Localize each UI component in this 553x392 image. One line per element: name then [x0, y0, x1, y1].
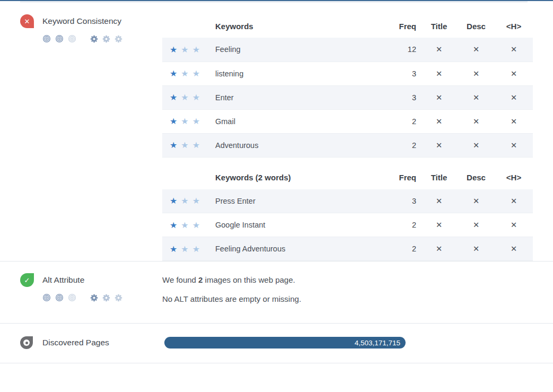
star-icon: ★	[170, 141, 177, 150]
pass-badge-icon: ✓	[20, 273, 34, 287]
star-icon: ★	[181, 93, 188, 102]
desc-x-icon: ✕	[458, 237, 495, 261]
gear-icon	[90, 35, 98, 45]
keyword-rating: ★★★	[162, 62, 211, 85]
star-icon: ★	[181, 45, 188, 54]
alt-attribute-heading: ✓ Alt Attribute	[20, 273, 162, 287]
freq-cell: 2	[379, 109, 420, 133]
bullseye-icon	[68, 293, 76, 304]
discovered-pages-progress-bar: 4,503,171,715	[164, 337, 406, 349]
title-x-icon: ✕	[420, 133, 458, 157]
table-row: ★★★ Enter 3 ✕ ✕ ✕	[162, 85, 533, 109]
keywords-table-1: Keywords Freq Title Desc <H> ★★★ Feeling…	[162, 14, 533, 158]
column-header-title: Title	[420, 14, 458, 38]
keyword-cell: Feeling Adventurous	[211, 237, 379, 261]
fail-badge-icon: ✕	[20, 14, 34, 28]
desc-x-icon: ✕	[458, 213, 495, 237]
star-icon: ★	[170, 245, 177, 254]
section-title: Alt Attribute	[42, 275, 84, 285]
keyword-rating: ★★★	[162, 133, 211, 157]
desc-x-icon: ✕	[458, 62, 495, 85]
keyword-cell: Google Instant	[211, 213, 379, 237]
bullseye-icon	[55, 293, 64, 304]
star-icon: ★	[192, 93, 200, 102]
gear-icon	[115, 294, 122, 304]
star-icon: ★	[170, 117, 177, 126]
bullseye-icon	[42, 34, 51, 45]
freq-cell: 3	[379, 62, 420, 85]
keyword-rating: ★★★	[162, 237, 211, 261]
discovered-pages-section: Discovered Pages 4,503,171,715	[0, 324, 553, 363]
title-x-icon: ✕	[420, 237, 458, 261]
star-icon: ★	[170, 221, 177, 230]
keyword-rating: ★★★	[162, 189, 211, 213]
column-header-desc: Desc	[458, 166, 495, 189]
star-icon: ★	[181, 69, 188, 78]
gear-icon	[102, 35, 110, 45]
x-icon: ✕	[24, 18, 30, 25]
table-row: ★★★ Gmail 2 ✕ ✕ ✕	[162, 109, 533, 133]
column-header-freq: Freq	[379, 14, 420, 38]
bottom-divider	[0, 363, 553, 363]
desc-x-icon: ✕	[458, 109, 495, 133]
star-icon: ★	[170, 196, 177, 205]
summary-text: We found	[162, 275, 198, 284]
table-row: ★★★ Google Instant 2 ✕ ✕ ✕	[162, 213, 533, 237]
star-icon: ★	[192, 245, 200, 254]
title-x-icon: ✕	[420, 62, 458, 85]
keyword-cell: listening	[211, 62, 379, 85]
keyword-rating: ★★★	[162, 38, 211, 62]
importance-indicators	[42, 34, 162, 45]
keyword-cell: Feeling	[211, 38, 379, 62]
table-row: ★★★ Feeling Adventurous 2 ✕ ✕ ✕	[162, 237, 533, 261]
column-header-h: <H>	[495, 166, 533, 189]
bullseye-icon	[68, 34, 76, 45]
check-icon: ✓	[24, 277, 30, 284]
discovered-pages-heading: Discovered Pages	[20, 336, 162, 349]
star-icon: ★	[192, 117, 200, 126]
table-row: ★★★ listening 3 ✕ ✕ ✕	[162, 62, 533, 85]
title-x-icon: ✕	[420, 213, 458, 237]
star-icon: ★	[181, 196, 188, 205]
discovered-pages-count: 4,503,171,715	[355, 339, 400, 347]
column-header-freq: Freq	[379, 166, 420, 189]
star-icon: ★	[192, 141, 200, 150]
freq-cell: 12	[379, 38, 420, 62]
freq-cell: 2	[379, 133, 420, 157]
title-x-icon: ✕	[420, 109, 458, 133]
bullseye-icon	[55, 34, 64, 45]
title-x-icon: ✕	[420, 189, 458, 213]
star-icon: ★	[181, 141, 188, 150]
star-icon: ★	[170, 45, 177, 54]
star-icon: ★	[192, 196, 200, 205]
table-row: ★★★ Press Enter 3 ✕ ✕ ✕	[162, 189, 533, 213]
column-header-title: Title	[420, 166, 458, 189]
freq-cell: 3	[379, 189, 420, 213]
h-x-icon: ✕	[495, 38, 533, 62]
keyword-cell: Adventurous	[211, 133, 379, 157]
keyword-cell: Gmail	[211, 109, 379, 133]
star-icon: ★	[192, 45, 200, 54]
star-icon: ★	[181, 245, 188, 254]
table-header-row: Keywords (2 words) Freq Title Desc <H>	[162, 166, 533, 189]
section-title: Keyword Consistency	[42, 16, 121, 26]
h-x-icon: ✕	[495, 237, 533, 261]
keyword-cell: Press Enter	[211, 189, 379, 213]
h-x-icon: ✕	[495, 133, 533, 157]
desc-x-icon: ✕	[458, 85, 495, 109]
alt-attribute-detail: No ALT attributes are empty or missing.	[162, 294, 533, 303]
freq-cell: 2	[379, 237, 420, 261]
alt-attribute-section: ✓ Alt Attribute W	[0, 262, 553, 323]
h-x-icon: ✕	[495, 109, 533, 133]
title-x-icon: ✕	[420, 85, 458, 109]
star-icon: ★	[170, 93, 177, 102]
column-header-desc: Desc	[458, 14, 495, 38]
keyword-cell: Enter	[211, 85, 379, 109]
summary-text: images on this web page.	[203, 275, 295, 284]
dot-icon	[23, 339, 30, 346]
star-icon: ★	[170, 69, 177, 78]
desc-x-icon: ✕	[458, 133, 495, 157]
keyword-rating: ★★★	[162, 85, 211, 109]
gear-icon	[102, 294, 110, 304]
column-header-keywords: Keywords	[211, 14, 379, 38]
